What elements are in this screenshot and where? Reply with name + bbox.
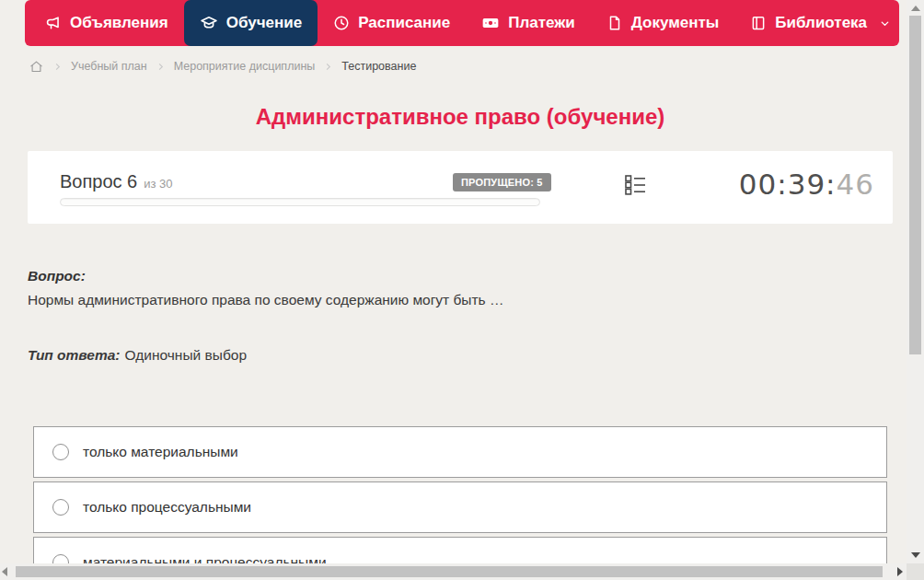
horizontal-scrollbar-thumb[interactable] bbox=[16, 566, 883, 577]
megaphone-icon bbox=[44, 15, 62, 32]
question-heading: Вопрос: bbox=[28, 268, 86, 284]
question-total: из 30 bbox=[144, 177, 172, 191]
question-list-icon bbox=[622, 172, 648, 202]
radio-button-icon[interactable] bbox=[52, 499, 69, 516]
chevron-right-icon bbox=[156, 62, 166, 72]
skipped-badge: ПРОПУЩЕНО: 5 bbox=[453, 173, 551, 191]
page-title: Административное право (обучение) bbox=[28, 104, 893, 130]
answer-type-label: Тип ответа: bbox=[28, 347, 121, 363]
breadcrumb-discipline-event[interactable]: Мероприятие дисциплины bbox=[174, 60, 316, 73]
breadcrumb-study-plan[interactable]: Учебный план bbox=[71, 60, 147, 73]
nav-item-label: Обучение bbox=[226, 14, 302, 32]
timer-seconds: 46 bbox=[837, 168, 874, 201]
nav-item-payments[interactable]: Платежи bbox=[466, 0, 591, 46]
question-list-button[interactable] bbox=[621, 173, 649, 201]
scroll-right-arrow-icon[interactable] bbox=[897, 567, 903, 576]
answer-option-2[interactable]: только процессуальными bbox=[33, 481, 887, 533]
nav-item-library[interactable]: Библиотека bbox=[734, 0, 907, 46]
nav-item-training[interactable]: Обучение bbox=[184, 0, 318, 46]
answer-option-label: только материальными bbox=[83, 444, 238, 460]
question-number: Вопрос 6 bbox=[60, 171, 137, 192]
progress-bar bbox=[60, 198, 540, 206]
nav-item-label: Платежи bbox=[508, 14, 575, 32]
answer-options: только материальными только процессуальн… bbox=[33, 426, 887, 580]
graduation-cap-icon bbox=[200, 14, 218, 32]
chevron-down-icon bbox=[879, 17, 891, 29]
nav-item-label: Документы bbox=[631, 14, 720, 32]
scroll-up-arrow-icon[interactable] bbox=[911, 6, 920, 11]
timer: 00:39:46 bbox=[739, 168, 874, 201]
book-icon bbox=[750, 15, 767, 31]
chevron-right-icon bbox=[52, 62, 63, 72]
horizontal-scrollbar[interactable] bbox=[0, 563, 907, 580]
quiz-status-card: Вопрос 6 из 30 ПРОПУЩЕНО: 5 00:39:46 bbox=[28, 151, 893, 224]
scroll-left-arrow-icon[interactable] bbox=[2, 567, 7, 576]
answer-type-value: Одиночный выбор bbox=[125, 347, 248, 363]
document-icon bbox=[606, 15, 623, 31]
clock-icon bbox=[333, 15, 350, 31]
question-counter: Вопрос 6 из 30 bbox=[60, 171, 173, 192]
answer-option-1[interactable]: только материальными bbox=[33, 426, 887, 478]
home-icon[interactable] bbox=[29, 59, 44, 75]
chevron-right-icon bbox=[323, 62, 333, 72]
question-text: Нормы административного права по своему … bbox=[28, 292, 504, 308]
vertical-scrollbar-thumb[interactable] bbox=[909, 16, 921, 354]
breadcrumb-testing: Тестирование bbox=[341, 60, 416, 73]
nav-item-documents[interactable]: Документы bbox=[591, 0, 735, 46]
banknote-icon bbox=[481, 14, 500, 32]
answer-option-label: только процессуальными bbox=[83, 499, 251, 516]
nav-item-schedule[interactable]: Расписание bbox=[318, 0, 466, 46]
scroll-down-arrow-icon[interactable] bbox=[911, 552, 920, 558]
timer-main: 00:39: bbox=[739, 168, 837, 201]
scrollbar-corner bbox=[907, 563, 924, 580]
main-nav: Объявления Обучение Расписание Платежи Д… bbox=[25, 0, 899, 46]
radio-button-icon[interactable] bbox=[52, 444, 69, 460]
answer-type-line: Тип ответа:Одиночный выбор bbox=[28, 347, 247, 364]
breadcrumb: Учебный план Мероприятие дисциплины Тест… bbox=[29, 57, 416, 75]
vertical-scrollbar[interactable] bbox=[907, 0, 924, 563]
nav-item-label: Объявления bbox=[70, 14, 168, 32]
nav-item-label: Библиотека bbox=[775, 14, 867, 32]
nav-item-label: Расписание bbox=[358, 14, 450, 32]
nav-item-announcements[interactable]: Объявления bbox=[29, 0, 184, 46]
